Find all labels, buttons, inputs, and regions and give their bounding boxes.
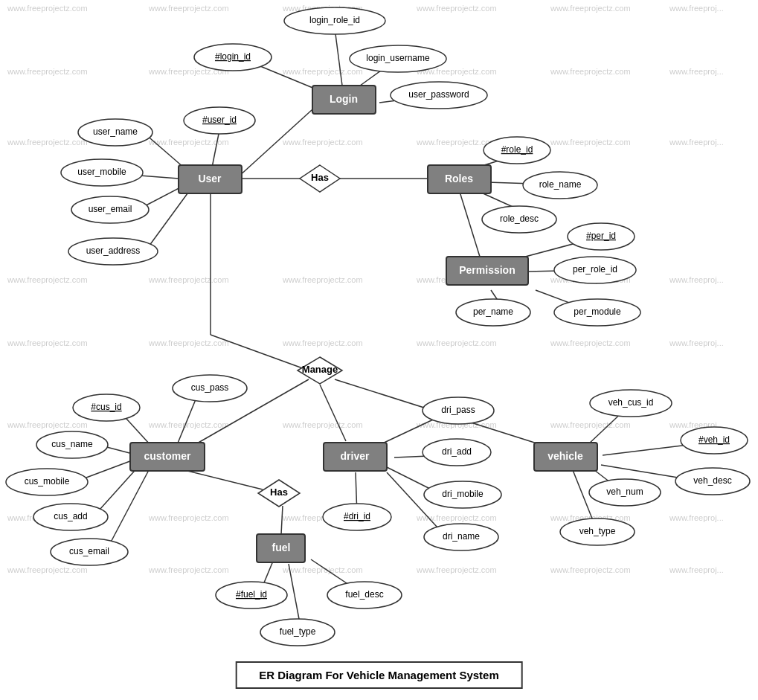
entity-roles-label: Roles	[445, 173, 473, 184]
watermark: www.freeprojectz.com	[148, 4, 229, 13]
attr-veh-type-label: veh_type	[579, 526, 616, 536]
watermark: www.freeproj...	[669, 565, 724, 574]
watermark: www.freeprojectz.com	[7, 275, 88, 284]
attr-fuel-desc-label: fuel_desc	[345, 589, 383, 600]
attr-user-password-label: user_password	[408, 89, 469, 100]
attr-veh-desc-label: veh_desc	[693, 475, 731, 486]
watermark: www.freeprojectz.com	[7, 420, 88, 429]
attr-per-name-label: per_name	[473, 306, 513, 317]
svg-line-5	[212, 130, 219, 167]
relationship-has2-label: Has	[270, 487, 288, 498]
svg-line-0	[335, 28, 342, 86]
entity-vehicle-label: vehicle	[547, 450, 583, 462]
watermark: www.freeprojectz.com	[416, 338, 497, 347]
watermark: www.freeprojectz.com	[7, 138, 88, 147]
attr-per-module-label: per_module	[574, 306, 621, 317]
entity-user-label: User	[198, 173, 222, 184]
attr-veh-cus-id-label: veh_cus_id	[608, 397, 654, 408]
watermark: www.freeprojectz.com	[148, 275, 229, 284]
entity-permission-label: Permission	[459, 264, 515, 276]
entity-fuel-label: fuel	[272, 542, 291, 553]
svg-line-15	[460, 192, 480, 257]
attr-veh-num-label: veh_num	[606, 487, 643, 497]
watermark: www.freeproj...	[669, 275, 724, 284]
attr-user-mobile-label: user_mobile	[77, 167, 126, 177]
watermark: www.freeprojectz.com	[550, 338, 631, 347]
relationship-manage-label: Manage	[302, 364, 338, 375]
watermark: www.freeproj...	[669, 67, 724, 76]
entity-login-label: Login	[330, 93, 358, 105]
watermark: www.freeprojectz.com	[416, 138, 497, 147]
svg-line-23	[320, 385, 346, 441]
watermark: www.freeprojectz.com	[550, 420, 631, 429]
watermark: www.freeprojectz.com	[148, 420, 229, 429]
watermark: www.freeprojectz.com	[550, 565, 631, 574]
diagram-title: ER Diagram For Vehicle Management System	[235, 661, 523, 689]
watermark: www.freeprojectz.com	[282, 275, 363, 284]
attr-per-role-id-label: per_role_id	[573, 264, 617, 274]
svg-line-9	[145, 190, 190, 251]
attr-login-id-label: #login_id	[215, 51, 251, 62]
attr-veh-id-label: #veh_id	[698, 434, 730, 445]
attr-cus-id-label: #cus_id	[91, 402, 121, 412]
watermark: www.freeproj...	[669, 4, 724, 13]
attr-cus-add-label: cus_add	[54, 511, 87, 521]
diagram-svg: www.freeprojectz.com www.freeprojectz.co…	[0, 0, 758, 670]
watermark: www.freeprojectz.com	[282, 420, 363, 429]
watermark: www.freeprojectz.com	[148, 338, 229, 347]
attr-dri-id-label: #dri_id	[344, 511, 370, 521]
watermark: www.freeprojectz.com	[550, 138, 631, 147]
attr-cus-email-label: cus_email	[69, 546, 109, 556]
attr-cus-name-label: cus_name	[51, 439, 93, 449]
attr-cus-mobile-label: cus_mobile	[25, 476, 70, 487]
attr-dri-mobile-label: dri_mobile	[442, 489, 484, 499]
attr-user-email-label: user_email	[89, 204, 132, 214]
watermark: www.freeprojectz.com	[7, 565, 88, 574]
watermark: www.freeprojectz.com	[282, 67, 363, 76]
svg-line-42	[281, 506, 283, 534]
watermark: www.freeprojectz.com	[550, 4, 631, 13]
attr-user-name-label: user_name	[93, 126, 138, 137]
er-diagram: www.freeprojectz.com www.freeprojectz.co…	[0, 0, 758, 670]
attr-dri-name-label: dri_name	[443, 531, 480, 542]
watermark: www.freeprojectz.com	[416, 4, 497, 13]
watermark: www.freeproj...	[669, 513, 724, 522]
attr-fuel-id-label: #fuel_id	[236, 589, 267, 600]
watermark: www.freeprojectz.com	[550, 67, 631, 76]
attr-role-desc-label: role_desc	[500, 213, 539, 224]
watermark: www.freeprojectz.com	[7, 4, 88, 13]
attr-role-id-label: #role_id	[501, 144, 533, 155]
entity-driver-label: driver	[341, 450, 370, 462]
attr-role-name-label: role_name	[539, 179, 582, 190]
watermark: www.freeprojectz.com	[148, 513, 229, 522]
watermark: www.freeprojectz.com	[282, 338, 363, 347]
watermark: www.freeproj...	[669, 338, 724, 347]
relationship-has-label: Has	[311, 172, 329, 183]
svg-line-30	[106, 470, 149, 550]
svg-line-41	[179, 469, 263, 489]
attr-fuel-type-label: fuel_type	[280, 626, 316, 637]
watermark: www.freeprojectz.com	[282, 138, 363, 147]
attr-user-id-label: #user_id	[202, 115, 237, 125]
attr-per-id-label: #per_id	[586, 231, 616, 241]
attr-cus-pass-label: cus_pass	[191, 382, 229, 393]
watermark: www.freeproj...	[669, 138, 724, 147]
attr-dri-add-label: dri_add	[442, 446, 472, 457]
entity-customer-label: customer	[144, 450, 191, 462]
watermark: www.freeprojectz.com	[7, 338, 88, 347]
watermark: www.freeprojectz.com	[7, 67, 88, 76]
watermark: www.freeprojectz.com	[416, 565, 497, 574]
attr-dri-pass-label: dri_pass	[441, 405, 475, 415]
attr-login-role-id-label: login_role_id	[309, 15, 360, 25]
attr-user-address-label: user_address	[86, 245, 141, 256]
attr-login-username-label: login_username	[366, 53, 430, 63]
watermark: www.freeprojectz.com	[148, 565, 229, 574]
